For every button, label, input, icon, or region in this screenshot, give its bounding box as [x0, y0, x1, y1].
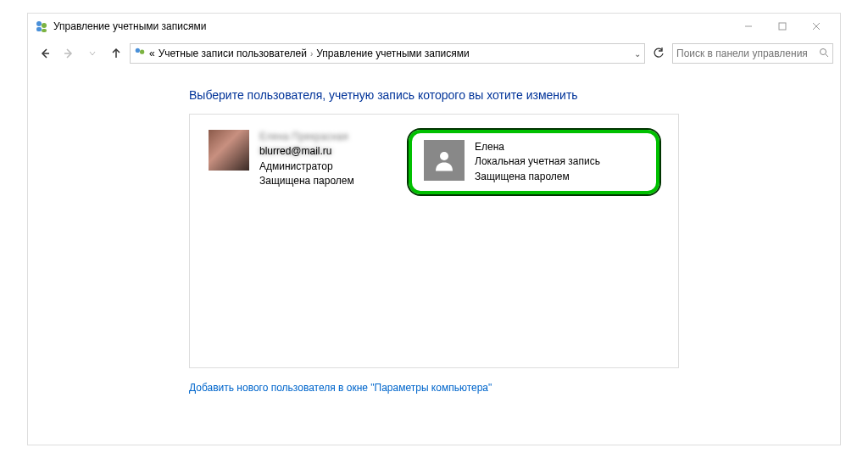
- users-icon: [134, 47, 146, 61]
- user-protected: Защищена паролем: [475, 170, 600, 184]
- close-button[interactable]: [799, 14, 833, 39]
- breadcrumb-item[interactable]: Учетные записи пользователей: [159, 48, 307, 59]
- svg-rect-2: [36, 27, 42, 31]
- svg-point-1: [42, 23, 47, 28]
- breadcrumb-prefix: «: [149, 48, 155, 59]
- user-card[interactable]: Елена Локальная учетная запись Защищена …: [424, 140, 644, 184]
- user-name: Елена Прекрасная: [259, 130, 354, 144]
- svg-rect-3: [42, 29, 47, 32]
- avatar: [209, 130, 249, 171]
- search-input[interactable]: [676, 48, 819, 59]
- forward-button[interactable]: [58, 43, 79, 64]
- user-info: Елена Локальная учетная запись Защищена …: [475, 140, 600, 184]
- breadcrumb-item[interactable]: Управление учетными записями: [316, 48, 469, 59]
- avatar: [424, 140, 465, 181]
- content-area: Выберите пользователя, учетную запись ко…: [28, 68, 840, 445]
- search-box[interactable]: [672, 43, 833, 64]
- add-user-link[interactable]: Добавить нового пользователя в окне "Пар…: [189, 382, 679, 394]
- users-icon: [35, 20, 48, 33]
- user-list-box: Елена Прекрасная blurred@mail.ru Админис…: [189, 114, 679, 368]
- user-role: Локальная учетная запись: [475, 154, 600, 169]
- user-email: blurred@mail.ru: [259, 144, 354, 159]
- titlebar: Управление учетными записями: [28, 14, 840, 39]
- svg-line-14: [826, 54, 828, 57]
- user-card[interactable]: Елена Прекрасная blurred@mail.ru Админис…: [209, 130, 375, 189]
- control-panel-window: Управление учетными записями « Учетные з…: [27, 13, 841, 445]
- svg-point-15: [440, 152, 448, 160]
- back-button[interactable]: [35, 43, 55, 64]
- user-role: Администратор: [259, 160, 354, 174]
- page-heading: Выберите пользователя, учетную запись ко…: [189, 88, 679, 102]
- nav-toolbar: « Учетные записи пользователей › Управле…: [28, 39, 840, 68]
- up-button[interactable]: [106, 43, 126, 64]
- svg-point-12: [140, 49, 144, 53]
- chevron-right-icon: ›: [310, 49, 313, 59]
- svg-point-0: [36, 21, 42, 26]
- window-controls: [732, 14, 833, 39]
- user-name: Елена: [475, 140, 600, 154]
- window-title: Управление учетными записями: [53, 20, 732, 32]
- user-info: Елена Прекрасная blurred@mail.ru Админис…: [259, 130, 354, 189]
- search-icon: [819, 48, 829, 60]
- minimize-button[interactable]: [732, 14, 765, 39]
- chevron-down-icon[interactable]: ⌄: [634, 49, 641, 59]
- refresh-button[interactable]: [648, 43, 669, 64]
- highlighted-selection: Елена Локальная учетная запись Защищена …: [409, 130, 659, 194]
- user-protected: Защищена паролем: [259, 174, 354, 188]
- svg-point-11: [136, 48, 140, 52]
- svg-rect-5: [779, 23, 786, 30]
- maximize-button[interactable]: [765, 14, 799, 39]
- recent-dropdown[interactable]: [82, 43, 103, 64]
- address-bar[interactable]: « Учетные записи пользователей › Управле…: [130, 43, 645, 64]
- svg-point-13: [821, 48, 826, 54]
